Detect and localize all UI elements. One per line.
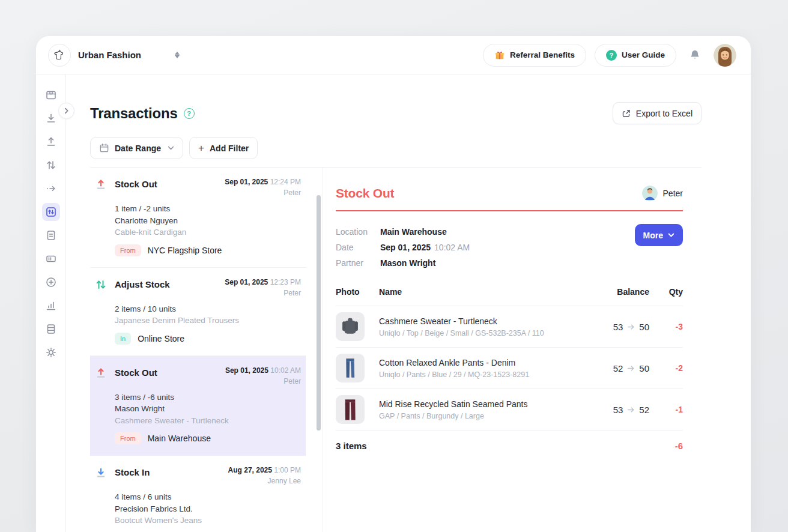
transaction-date: Sep 01, 2025 10:02 AM	[225, 366, 301, 375]
stock-out-icon	[95, 178, 107, 190]
detail-table-header: Photo Name Balance Qty	[336, 287, 683, 306]
chevron-down-icon	[668, 232, 674, 238]
stock-out-icon	[95, 367, 107, 379]
transaction-type: Stock Out	[115, 179, 157, 189]
add-filter-button[interactable]: + Add Filter	[189, 137, 258, 159]
referral-benefits-button[interactable]: Referral Benefits	[483, 44, 586, 67]
user-guide-button[interactable]: ? User Guide	[595, 44, 676, 67]
referral-benefits-label: Referral Benefits	[510, 50, 575, 59]
detail-title: Stock Out	[336, 186, 394, 201]
adjust-stock-icon	[95, 279, 107, 291]
arrow-right-icon	[627, 406, 635, 414]
notifications-bell-icon[interactable]	[688, 49, 702, 62]
sidebar-item-inventory-box-icon[interactable]	[44, 88, 58, 102]
product-name: Cashmere Sweater - Turtleneck	[379, 316, 577, 326]
sidebar-item-stock-out-icon[interactable]	[44, 135, 58, 149]
app-header: Urban Fashion Referral Benefits ? User	[36, 36, 751, 74]
transaction-product: Cashmere Sweater - Turtleneck	[115, 415, 301, 427]
transaction-item-stock-out-1224[interactable]: Stock Out Sep 01, 2025 12:24 PM Peter 1 …	[90, 168, 306, 268]
product-name: Mid Rise Recycled Satin Seamed Pants	[379, 399, 577, 409]
transaction-date: Sep 01, 2025 12:23 PM	[225, 278, 301, 286]
detail-row-denim-pants[interactable]: Cotton Relaxed Ankle Pants - Denim Uniql…	[336, 348, 683, 389]
column-name: Name	[379, 287, 577, 297]
user-avatar[interactable]	[714, 44, 736, 67]
detail-row-sweater[interactable]: Cashmere Sweater - Turtleneck Uniqlo / T…	[336, 306, 683, 348]
sidebar-item-transactions-icon[interactable]	[42, 203, 60, 221]
product-photo-sweater	[336, 312, 365, 341]
app-logo-tshirt-icon[interactable]	[48, 44, 71, 67]
sidebar-item-labels-icon[interactable]	[44, 252, 58, 266]
transaction-product: Cable-knit Cardigan	[115, 226, 301, 238]
sidebar-item-settings-gear-icon[interactable]	[44, 345, 58, 360]
chevron-down-icon	[168, 145, 174, 151]
qty-cell: -2	[649, 363, 683, 373]
transaction-type: Stock In	[115, 467, 150, 477]
transaction-location: NYC Flagship Store	[148, 246, 222, 255]
product-photo-denim-pants	[336, 354, 365, 382]
date-range-label: Date Range	[115, 144, 161, 153]
detail-row-satin-pants[interactable]: Mid Rise Recycled Satin Seamed Pants GAP…	[336, 389, 683, 431]
detail-accent-rule	[336, 210, 683, 211]
arrow-right-icon	[627, 364, 635, 372]
product-name: Cotton Relaxed Ankle Pants - Denim	[379, 358, 577, 367]
sidebar-item-analytics-icon[interactable]	[44, 298, 58, 313]
detail-user-avatar	[642, 186, 658, 201]
export-to-excel-label: Export to Excel	[636, 109, 693, 118]
sidebar-item-add-new-icon[interactable]	[44, 275, 58, 289]
transaction-item-adjust-stock[interactable]: Adjust Stock Sep 01, 2025 12:23 PM Peter…	[90, 268, 306, 356]
sidebar-item-data-icon[interactable]	[44, 322, 58, 336]
total-qty: -6	[675, 441, 683, 451]
plus-icon: +	[198, 143, 204, 153]
meta-value-location: Main Warehouse	[380, 224, 447, 240]
balance-cell: 53 50	[577, 322, 649, 332]
arrow-right-icon	[627, 323, 635, 331]
transaction-item-stock-in[interactable]: Stock In Aug 27, 2025 1:00 PM Jenny Lee …	[90, 456, 306, 532]
sidebar-item-transfer-icon[interactable]	[44, 181, 58, 196]
sidebar-item-stock-in-icon[interactable]	[44, 111, 58, 125]
more-label: More	[643, 231, 663, 240]
transaction-user: Jenny Lee	[228, 477, 301, 485]
meta-label-location: Location	[336, 224, 380, 240]
transaction-location: Main Warehouse	[148, 434, 211, 443]
add-filter-label: Add Filter	[210, 144, 249, 153]
meta-value-time: 10:02 AM	[434, 240, 470, 255]
list-scrollbar[interactable]	[317, 195, 321, 431]
direction-badge: From	[115, 244, 141, 256]
export-to-excel-button[interactable]: Export to Excel	[613, 102, 702, 124]
transaction-summary: 2 items / 10 units	[115, 303, 301, 315]
transaction-item-stock-out-1002-selected[interactable]: Stock Out Sep 01, 2025 10:02 AM Peter 3 …	[90, 356, 306, 456]
transaction-location: Online Store	[138, 334, 184, 343]
meta-label-date: Date	[336, 240, 380, 255]
page-title: Transactions	[90, 105, 178, 122]
app-window: Urban Fashion Referral Benefits ? User	[36, 36, 751, 532]
header-actions: Referral Benefits ? User Guide	[483, 44, 736, 67]
transaction-partner: Precision Fabrics Ltd.	[115, 503, 301, 515]
date-range-filter-button[interactable]: Date Range	[90, 137, 183, 159]
transaction-summary: 4 items / 6 units	[115, 491, 301, 503]
transaction-partner: Charlotte Nguyen	[115, 215, 301, 227]
transaction-user: Peter	[225, 289, 301, 297]
transaction-user: Peter	[225, 189, 301, 197]
sidebar-nav	[36, 74, 66, 532]
detail-user-name: Peter	[663, 189, 683, 198]
workspace-switcher-icon[interactable]	[175, 52, 180, 58]
transaction-product: Bootcut Women's Jeans	[115, 515, 301, 527]
page-help-icon[interactable]: ?	[184, 108, 195, 119]
column-photo: Photo	[336, 287, 379, 297]
workspace-name[interactable]: Urban Fashion	[78, 50, 141, 60]
stock-in-icon	[95, 467, 107, 479]
column-qty: Qty	[649, 287, 683, 297]
transaction-partner: Mason Wright	[115, 403, 301, 415]
sidebar-item-adjust-stock-icon[interactable]	[44, 158, 58, 172]
transaction-date: Sep 01, 2025 12:24 PM	[225, 178, 301, 186]
transaction-type: Stock Out	[115, 367, 157, 378]
meta-label-partner: Partner	[336, 255, 380, 271]
transaction-date: Aug 27, 2025 1:00 PM	[228, 466, 301, 474]
sidebar-item-notes-icon[interactable]	[44, 228, 58, 243]
more-button[interactable]: More	[635, 224, 683, 246]
calendar-icon	[99, 143, 109, 153]
transaction-type: Adjust Stock	[115, 279, 170, 289]
transaction-detail-panel: Stock Out Peter	[323, 168, 702, 532]
sidebar-expand-button[interactable]	[58, 103, 74, 119]
transaction-list: Stock Out Sep 01, 2025 12:24 PM Peter 1 …	[90, 168, 323, 532]
